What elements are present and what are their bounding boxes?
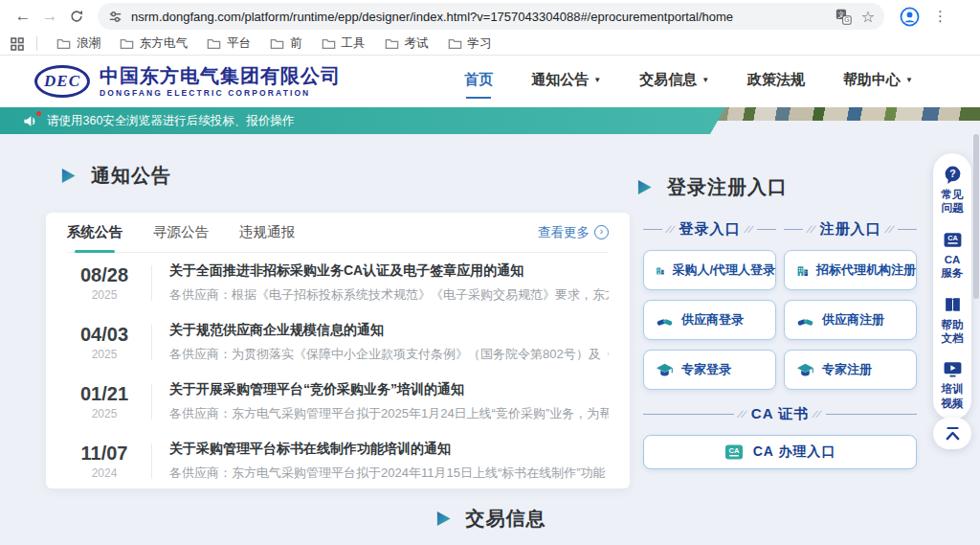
company-name-en: DONGFANG ELECTRIC CORPORATION <box>100 88 341 98</box>
trade-info-section-header: 交易信息 <box>0 506 980 532</box>
back-button[interactable]: ← <box>10 3 36 30</box>
login-entry-header: // 登录入口 // <box>643 220 776 238</box>
folder-icon <box>448 37 462 50</box>
folder-icon <box>56 37 71 50</box>
button-label: 供应商登录 <box>681 311 744 329</box>
ca-service-button[interactable]: CA CA服务 <box>942 230 964 281</box>
notice-date: 11/07 2024 <box>67 443 142 480</box>
sidebar-label: 帮助文档 <box>942 318 964 346</box>
site-header: DEC 中国东方电气集团有限公司 DONGFANG ELECTRIC CORPO… <box>0 56 980 107</box>
notice-date: 08/28 2025 <box>67 264 142 302</box>
training-videos-button[interactable]: 培训视频 <box>942 359 964 410</box>
notices-card: 系统公告 寻源公告 违规通报 查看更多 › 08/28 2025 关于全面推进非… <box>46 213 630 488</box>
bookmark-folder[interactable]: 考试 <box>377 34 436 54</box>
bookmark-folder[interactable]: 平台 <box>199 34 258 54</box>
chrome-menu-icon[interactable]: ⋮ <box>933 8 947 25</box>
site-info-icon[interactable] <box>107 9 123 25</box>
svg-text:CA: CA <box>947 234 958 242</box>
notice-list-item[interactable]: 04/03 2025 关于规范供应商企业规模信息的通知 各供应商：为贯彻落实《保… <box>67 312 609 372</box>
ca-badge-icon: CA <box>724 443 744 462</box>
divider <box>151 384 152 420</box>
faq-button[interactable]: ? 常见问题 <box>942 165 964 216</box>
notice-month-day: 01/21 <box>67 383 142 405</box>
login-section-header: 登录注册入口 <box>635 174 788 200</box>
folder-icon <box>120 37 134 50</box>
notice-list-item[interactable]: 11/07 2024 关于采购管理平台标书在线制作功能培训的通知 各供应商：东方… <box>67 431 609 490</box>
ca-button-label: CA 办理入口 <box>753 443 836 461</box>
notice-list-item[interactable]: 01/21 2025 关于开展采购管理平台“竞价采购业务”培训的通知 各供应商：… <box>67 372 609 431</box>
bookmark-folder[interactable]: 东方电气 <box>112 34 195 54</box>
login-entry-label: 登录入口 <box>679 220 741 238</box>
folder-icon <box>322 37 336 50</box>
address-bar[interactable]: nsrm.dongfang.com/platform/runtime/epp/d… <box>98 3 884 30</box>
ca-section-header: // CA 证书 // <box>643 405 917 423</box>
ca-apply-button[interactable]: CA CA 办理入口 <box>643 435 917 469</box>
company-name-cn: 中国东方电气集团有限公司 <box>100 65 341 86</box>
notice-year: 2024 <box>67 466 142 480</box>
expert-login-button[interactable]: 专家登录 <box>643 350 776 390</box>
floating-sidebar: ? 常见问题 CA CA服务 帮助文档 培训视频 <box>933 153 971 420</box>
main-nav: 首页 通知公告▼ 交易信息▼ 政策法规 帮助中心▼ <box>464 65 913 99</box>
question-icon: ? <box>943 165 963 185</box>
graduation-cap-icon <box>796 361 814 379</box>
button-label: 招标代理机构注册 <box>816 261 916 279</box>
dec-logo-oval: DEC <box>34 65 90 98</box>
bookmark-label: 前 <box>290 35 302 52</box>
book-icon <box>943 295 963 315</box>
bookmark-folder[interactable]: 前 <box>262 34 310 54</box>
notice-list-item[interactable]: 08/28 2025 关于全面推进非招标采购业务CA认证及电子签章应用的通知 各… <box>67 253 609 312</box>
nav-label: 通知公告 <box>531 71 589 89</box>
chevron-down-icon: ▼ <box>905 76 913 84</box>
bookmark-label: 浪潮 <box>77 35 100 52</box>
bookmarks-divider <box>36 36 37 51</box>
collapse-top-icon <box>944 425 962 442</box>
bookmark-folder[interactable]: 学习 <box>440 34 500 54</box>
profile-avatar-icon[interactable] <box>900 7 920 27</box>
translate-icon[interactable]: 文G <box>835 9 852 25</box>
tab-system-notices[interactable]: 系统公告 <box>67 213 122 253</box>
ca-card-icon: CA <box>943 230 963 250</box>
bookmark-folder[interactable]: 浪潮 <box>49 34 108 54</box>
notices-section-header: 通知公告 <box>59 163 171 189</box>
building-icon <box>656 261 664 280</box>
browser-notice-ticker: 请使用360安全浏览器进行后续投标、报价操作 <box>0 107 725 134</box>
bookmark-star-icon[interactable]: ☆ <box>861 8 875 26</box>
notice-desc: 各供应商：根据《电子招标投标系统技术规范》《电子采购交易规范》要求，东方电气采购… <box>169 286 609 304</box>
divider <box>151 265 152 301</box>
ca-header-label: CA 证书 <box>751 405 809 423</box>
notice-title[interactable]: 关于采购管理平台标书在线制作功能培训的通知 <box>169 441 609 458</box>
reload-button[interactable] <box>63 3 90 30</box>
bookmarks-bar: 浪潮 东方电气 平台 前 工具 考试 学习 <box>0 33 980 55</box>
nav-help-center[interactable]: 帮助中心▼ <box>843 65 913 99</box>
browser-toolbar: ← → nsrm.dongfang.com/platform/runtime/e… <box>0 0 980 33</box>
supplier-login-button[interactable]: 供应商登录 <box>643 300 776 340</box>
expert-register-button[interactable]: 专家注册 <box>784 350 917 390</box>
tab-sourcing-notices[interactable]: 寻源公告 <box>153 213 209 253</box>
back-to-top-button[interactable] <box>933 418 971 449</box>
bookmark-folder[interactable]: 工具 <box>314 34 373 54</box>
nav-notices[interactable]: 通知公告▼ <box>531 65 601 99</box>
notice-title[interactable]: 关于全面推进非招标采购业务CA认证及电子签章应用的通知 <box>169 262 609 280</box>
apps-grid-icon[interactable] <box>10 36 25 52</box>
buyer-agent-login-button[interactable]: 采购人/代理人登录 <box>643 250 776 290</box>
notice-title[interactable]: 关于开展采购管理平台“竞价采购业务”培训的通知 <box>169 381 609 398</box>
section-arrow-icon <box>59 167 78 185</box>
url-text[interactable]: nsrm.dongfang.com/platform/runtime/epp/d… <box>131 10 826 24</box>
notice-month-day: 04/03 <box>67 324 142 346</box>
supplier-register-button[interactable]: 供应商注册 <box>784 300 917 340</box>
notice-title[interactable]: 关于规范供应商企业规模信息的通知 <box>169 322 609 339</box>
nav-policies[interactable]: 政策法规 <box>747 65 805 99</box>
help-docs-button[interactable]: 帮助文档 <box>942 295 964 346</box>
sidebar-label: 常见问题 <box>942 188 964 216</box>
nav-trade-info[interactable]: 交易信息▼ <box>639 65 709 99</box>
folder-icon <box>270 37 284 50</box>
browser-chrome: ← → nsrm.dongfang.com/platform/runtime/e… <box>0 0 980 56</box>
nav-home[interactable]: 首页 <box>464 65 493 99</box>
bidding-agency-register-button[interactable]: 招标代理机构注册 <box>784 250 917 290</box>
page-scrollbar[interactable] <box>973 134 979 299</box>
tab-violation-reports[interactable]: 违规通报 <box>239 213 295 253</box>
company-logo[interactable]: DEC 中国东方电气集团有限公司 DONGFANG ELECTRIC CORPO… <box>34 65 341 98</box>
section-arrow-icon <box>635 178 654 196</box>
forward-button[interactable]: → <box>36 3 63 30</box>
view-more-link[interactable]: 查看更多 › <box>538 224 609 241</box>
